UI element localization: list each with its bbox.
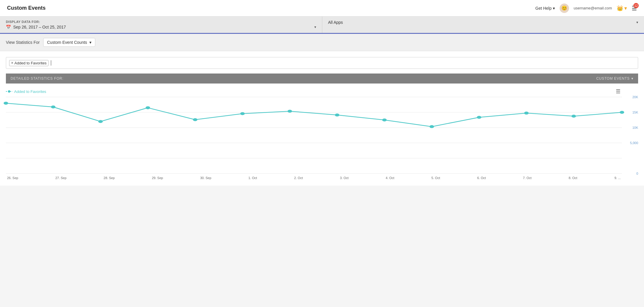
crown-icon: 👑 — [617, 5, 623, 11]
statistics-dropdown[interactable]: Custom Event Counts ▾ — [43, 38, 95, 47]
event-search-input[interactable]: × Added to Favorites — [6, 57, 638, 69]
app-filter-section[interactable]: All Apps ▾ — [322, 16, 644, 33]
app-filter-text: All Apps — [328, 20, 343, 25]
y-label-0: 0 — [636, 172, 638, 175]
username-text: username@email.com — [574, 6, 612, 10]
statistics-dropdown-arrow: ▾ — [89, 40, 91, 45]
x-axis-labels: 26. Sep 27. Sep 28. Sep 29. Sep 30. Sep … — [6, 174, 622, 180]
y-label-15k: 15K — [632, 111, 638, 114]
custom-events-dropdown[interactable]: CUSTOM EVENTS ▾ — [596, 76, 633, 81]
x-label: 29. Sep — [152, 176, 163, 180]
x-label: 6. Oct — [477, 176, 486, 180]
chart-legend-row: Added to Favorites ☰ — [6, 88, 638, 95]
x-label: 4. Oct — [386, 176, 394, 180]
svg-point-20 — [571, 115, 576, 118]
x-label: 26. Sep — [7, 176, 18, 180]
svg-point-19 — [524, 112, 529, 115]
text-cursor — [51, 60, 51, 66]
x-label: 3. Oct — [340, 176, 348, 180]
y-label-20k: 20K — [632, 95, 638, 99]
app-chevron-icon: ▾ — [636, 20, 638, 24]
custom-events-arrow: ▾ — [631, 76, 633, 81]
date-range-text: Sep 26, 2017 – Oct 25, 2017 — [13, 25, 66, 29]
svg-point-15 — [335, 114, 339, 116]
svg-point-9 — [51, 106, 55, 109]
svg-point-12 — [193, 118, 197, 121]
chart-area: 26. Sep 27. Sep 28. Sep 29. Sep 30. Sep … — [6, 97, 638, 180]
app-filter-value: All Apps — [328, 20, 343, 25]
svg-point-13 — [240, 112, 245, 115]
calendar-icon: 📅 — [6, 25, 11, 29]
crown-chevron-icon: ▾ — [624, 5, 627, 11]
avatar-emoji: 😊 — [561, 5, 567, 11]
page-title: Custom Events — [7, 5, 46, 11]
x-label: 27. Sep — [55, 176, 66, 180]
chart-svg-wrapper: 26. Sep 27. Sep 28. Sep 29. Sep 30. Sep … — [6, 97, 622, 180]
y-label-10k: 10K — [632, 126, 638, 129]
detailed-stats-label: DETAILED STATISTICS FOR: — [11, 76, 64, 81]
x-label: 8. Oct — [569, 176, 577, 180]
x-label: 1. Oct — [248, 176, 257, 180]
notification-button[interactable]: ☰ 12 — [632, 5, 637, 12]
detailed-stats-header: DETAILED STATISTICS FOR: CUSTOM EVENTS ▾ — [6, 74, 638, 84]
x-label: 7. Oct — [523, 176, 531, 180]
x-label: 9. ... — [614, 176, 620, 180]
x-label: 2. Oct — [294, 176, 303, 180]
tag-label: Added to Favorites — [14, 61, 46, 65]
added-to-favorites-tag[interactable]: × Added to Favorites — [9, 60, 49, 66]
view-statistics-label: View Statistics For — [6, 40, 40, 45]
svg-point-14 — [288, 110, 292, 113]
y-axis: 20K 15K 10K 5,000 0 — [622, 97, 638, 173]
chart-legend-item[interactable]: Added to Favorites — [6, 89, 46, 94]
svg-point-10 — [98, 120, 103, 123]
y-label-5000: 5,000 — [630, 141, 638, 145]
chevron-down-icon: ▾ — [553, 6, 555, 11]
x-label: 5. Oct — [431, 176, 440, 180]
line-chart — [6, 97, 622, 173]
display-data-label: DISPLAY DATA FOR: — [6, 20, 316, 24]
statistics-dropdown-label: Custom Event Counts — [47, 40, 87, 45]
get-help-label: Get Help — [535, 6, 552, 11]
x-label: 30. Sep — [200, 176, 211, 180]
tag-remove-button[interactable]: × — [11, 61, 13, 65]
svg-point-1 — [8, 90, 10, 93]
date-range-value: 📅 Sep 26, 2017 – Oct 25, 2017 — [6, 25, 66, 29]
date-chevron-icon: ▾ — [314, 25, 316, 29]
filter-bar: DISPLAY DATA FOR: 📅 Sep 26, 2017 – Oct 2… — [0, 16, 644, 34]
svg-point-8 — [4, 102, 8, 105]
stats-bar: View Statistics For Custom Event Counts … — [0, 34, 644, 51]
notification-count: 12 — [633, 3, 639, 8]
date-filter-section[interactable]: DISPLAY DATA FOR: 📅 Sep 26, 2017 – Oct 2… — [0, 16, 322, 33]
header-right: Get Help ▾ 😊 username@email.com 👑 ▾ ☰ 12 — [535, 4, 637, 13]
custom-events-label: CUSTOM EVENTS — [596, 76, 630, 81]
crown-dropdown[interactable]: 👑 ▾ — [617, 5, 627, 11]
chart-container: Added to Favorites ☰ — [6, 84, 638, 180]
avatar: 😊 — [560, 4, 569, 13]
chart-menu-icon[interactable]: ☰ — [616, 88, 620, 95]
get-help-button[interactable]: Get Help ▾ — [535, 6, 555, 11]
legend-label: Added to Favorites — [14, 89, 46, 94]
app-header: Custom Events Get Help ▾ 😊 username@emai… — [0, 0, 644, 16]
svg-point-18 — [477, 116, 481, 119]
svg-point-17 — [430, 125, 434, 128]
svg-point-11 — [146, 106, 150, 109]
main-content: × Added to Favorites DETAILED STATISTICS… — [0, 51, 644, 186]
x-label: 28. Sep — [104, 176, 115, 180]
svg-point-16 — [382, 119, 387, 121]
